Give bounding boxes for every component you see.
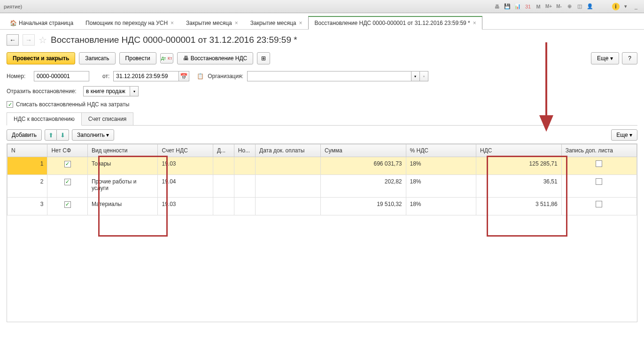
table-more-label: Еще bbox=[616, 132, 628, 138]
cell-schet: 19.03 bbox=[158, 157, 213, 175]
dtdt-button[interactable]: ДтКт bbox=[160, 53, 173, 63]
col-header-dop[interactable]: Запись доп. листа bbox=[561, 144, 636, 157]
cell-d bbox=[213, 175, 234, 198]
post-button[interactable]: Провести bbox=[119, 52, 156, 64]
calendar-icon[interactable]: 📅 bbox=[179, 71, 189, 81]
close-icon[interactable]: × bbox=[299, 20, 302, 26]
close-icon[interactable]: × bbox=[235, 20, 238, 26]
cell-nds: 3 511,86 bbox=[476, 198, 562, 215]
table-row[interactable]: 1 ✓ Товары 19.03 696 031,73 18% 125 285,… bbox=[8, 157, 637, 175]
toolbar-dropdown-icon[interactable]: ▾ bbox=[621, 2, 630, 11]
tab-home-label: Начальная страница bbox=[19, 20, 73, 26]
col-header-vid[interactable]: Вид ценности bbox=[87, 144, 158, 157]
cell-schet: 19.04 bbox=[158, 175, 213, 198]
toolbar-info-icon[interactable]: i bbox=[612, 3, 620, 10]
subtab-vat[interactable]: НДС к восстановлению bbox=[7, 112, 82, 126]
tab-label: Закрытие месяца bbox=[250, 20, 296, 26]
reflect-select[interactable] bbox=[83, 86, 130, 96]
col-header-schet[interactable]: Счет НДС bbox=[158, 144, 213, 157]
cell-n: 2 bbox=[8, 175, 47, 198]
toolbar-save-icon[interactable]: 💾 bbox=[503, 2, 512, 11]
subtab-account[interactable]: Счет списания bbox=[81, 112, 134, 125]
table-more-button[interactable]: Еще ▾ bbox=[611, 129, 637, 141]
cell-dop[interactable] bbox=[561, 157, 636, 175]
page-title: Восстановление НДС 0000-000001 от 31.12.… bbox=[51, 35, 297, 45]
nav-forward-button[interactable]: → bbox=[23, 34, 35, 46]
org-input[interactable] bbox=[247, 71, 411, 81]
save-button[interactable]: Записать bbox=[79, 52, 115, 64]
toolbar-zoom-icon[interactable]: ⊕ bbox=[565, 2, 574, 11]
tab-closing1[interactable]: Закрытие месяца × bbox=[180, 16, 244, 29]
cell-sf[interactable]: ✓ bbox=[47, 157, 87, 175]
table-row[interactable]: 3 ✓ Материалы 19.03 19 510,32 18% 3 511,… bbox=[8, 198, 637, 215]
cell-no bbox=[234, 175, 255, 198]
col-header-nds[interactable]: НДС bbox=[476, 144, 562, 157]
form-icon: 📋 bbox=[197, 73, 204, 79]
col-header-sum[interactable]: Сумма bbox=[320, 144, 406, 157]
nav-back-button[interactable]: ← bbox=[7, 34, 19, 46]
date-label: от: bbox=[102, 73, 109, 79]
add-button[interactable]: Добавить bbox=[7, 129, 42, 141]
toolbar-user-icon[interactable]: 👤 bbox=[586, 2, 594, 11]
tab-closing2[interactable]: Закрытие месяца × bbox=[244, 16, 309, 29]
tab-label: Помощник по переходу на УСН bbox=[85, 20, 168, 26]
toolbar-m-icon[interactable]: M bbox=[534, 2, 543, 11]
number-input[interactable] bbox=[34, 71, 89, 81]
org-label: Организация: bbox=[208, 73, 243, 79]
structure-button[interactable]: ⊞ bbox=[257, 52, 270, 64]
toolbar-calendar-icon[interactable]: 31 bbox=[524, 2, 532, 11]
cell-sum: 19 510,32 bbox=[320, 198, 406, 215]
col-header-no[interactable]: Но... bbox=[234, 144, 255, 157]
reflect-dropdown-button[interactable]: ▾ bbox=[130, 86, 139, 96]
toolbar-mminus-icon[interactable]: M- bbox=[555, 2, 563, 11]
org-dropdown-button[interactable]: ▾ bbox=[411, 71, 420, 81]
tab-usn[interactable]: Помощник по переходу на УСН × bbox=[79, 16, 180, 29]
tab-label: Восстановление НДС 0000-000001 от 31.12.… bbox=[314, 20, 470, 26]
move-down-button[interactable]: ⬇ bbox=[57, 129, 69, 141]
tab-vat-restore[interactable]: Восстановление НДС 0000-000001 от 31.12.… bbox=[308, 16, 482, 30]
cell-n: 3 bbox=[8, 198, 47, 215]
fill-button[interactable]: Заполнить ▾ bbox=[72, 129, 114, 141]
help-button[interactable]: ? bbox=[622, 52, 637, 64]
table-row[interactable]: 2 ✓ Прочие работы и услуги 19.04 202,82 … bbox=[8, 175, 637, 198]
close-icon[interactable]: × bbox=[171, 20, 174, 26]
reflect-label: Отразить восстановление: bbox=[7, 88, 79, 95]
cell-pct: 18% bbox=[406, 157, 476, 175]
cell-d bbox=[213, 157, 234, 175]
col-header-sf[interactable]: Нет СФ bbox=[47, 144, 87, 157]
col-header-n[interactable]: N bbox=[8, 144, 47, 157]
tab-label: Закрытие месяца bbox=[186, 20, 232, 26]
toolbar-print-icon[interactable]: 🖶 bbox=[493, 2, 501, 11]
post-close-button[interactable]: Провести и закрыть bbox=[7, 52, 75, 64]
toolbar-minimize-icon[interactable]: _ bbox=[632, 2, 640, 11]
cell-nds: 125 285,71 bbox=[476, 157, 562, 175]
cell-nds: 36,51 bbox=[476, 175, 562, 198]
date-input[interactable] bbox=[113, 71, 179, 81]
printer-icon: 🖶 bbox=[183, 55, 189, 62]
move-up-button[interactable]: ⬆ bbox=[45, 129, 57, 141]
number-label: Номер: bbox=[7, 73, 30, 79]
print-button[interactable]: 🖶 Восстановление НДС bbox=[177, 52, 254, 64]
cell-dop[interactable] bbox=[561, 198, 636, 215]
cell-no bbox=[234, 157, 255, 175]
cell-dop[interactable] bbox=[561, 175, 636, 198]
fill-label: Заполнить bbox=[77, 132, 105, 138]
toolbar-mplus-icon[interactable]: M+ bbox=[544, 2, 553, 11]
cell-d bbox=[213, 198, 234, 215]
home-icon: 🏠 bbox=[10, 20, 17, 26]
tab-home[interactable]: 🏠 Начальная страница bbox=[4, 16, 79, 29]
org-open-button[interactable]: ▫ bbox=[420, 71, 428, 81]
col-header-d[interactable]: Д... bbox=[213, 144, 234, 157]
favorite-star-icon[interactable]: ☆ bbox=[39, 34, 47, 46]
cell-sf[interactable]: ✓ bbox=[47, 175, 87, 198]
close-icon[interactable]: × bbox=[473, 20, 476, 26]
toolbar-panels-icon[interactable]: ◫ bbox=[575, 2, 584, 11]
toolbar-calc-icon[interactable]: 📊 bbox=[513, 2, 522, 11]
cell-vid: Товары bbox=[87, 157, 158, 175]
cell-pct: 18% bbox=[406, 198, 476, 215]
more-button[interactable]: Еще ▾ bbox=[591, 52, 619, 64]
col-header-date[interactable]: Дата док. оплаты bbox=[256, 144, 321, 157]
cell-sf[interactable]: ✓ bbox=[47, 198, 87, 215]
col-header-pct[interactable]: % НДС bbox=[406, 144, 476, 157]
writeoff-checkbox[interactable]: ✓ bbox=[7, 101, 13, 108]
